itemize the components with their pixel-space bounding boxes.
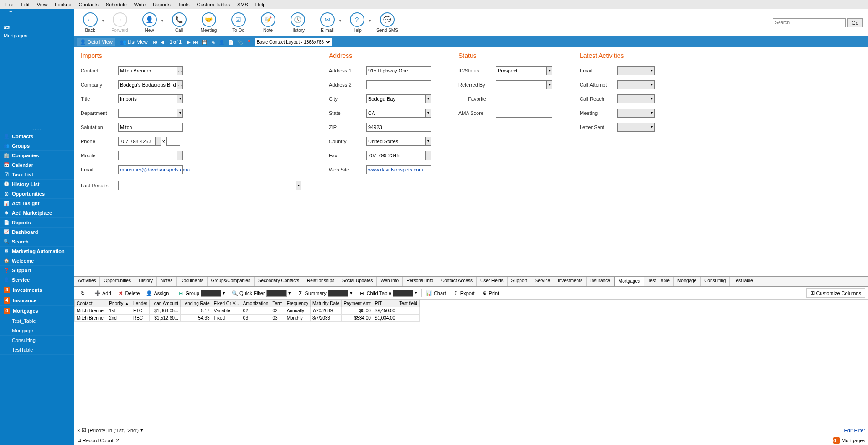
act-letter-select[interactable] <box>617 123 649 132</box>
sidebar-item-marketing-automation[interactable]: ✉Marketing Automation <box>0 247 74 256</box>
sidebar-item-opportunities[interactable]: ◎Opportunities <box>0 189 74 199</box>
child-table-input[interactable] <box>393 290 413 297</box>
summary-input[interactable] <box>328 290 348 297</box>
mobile-input[interactable] <box>118 151 177 160</box>
fax-input[interactable] <box>366 151 426 160</box>
title-input[interactable] <box>118 94 177 103</box>
sidebar-item-companies[interactable]: 🏢Companies <box>0 151 74 160</box>
tab-test-table[interactable]: Test_Table <box>644 277 674 286</box>
search-input[interactable] <box>773 18 846 27</box>
tab-testtable[interactable]: TestTable <box>730 277 757 286</box>
menu-file[interactable]: File <box>2 1 17 8</box>
web-input[interactable]: www.davidsonspets.com <box>366 165 431 174</box>
department-input[interactable] <box>118 109 177 118</box>
sidebar-item-welcome[interactable]: 🏠Welcome <box>0 256 74 266</box>
sidebar-item-task-list[interactable]: ☑Task List <box>0 170 74 180</box>
tab-groups-companies[interactable]: Groups/Companies <box>208 277 255 286</box>
act-email-select[interactable] <box>617 66 649 75</box>
first-record-button[interactable]: ⏮ <box>152 40 159 45</box>
idstatus-input[interactable] <box>496 66 547 75</box>
edit-filter-link[interactable]: Edit Filter <box>844 428 865 433</box>
tab-contact-access[interactable]: Contact Access <box>437 277 477 286</box>
table-row[interactable]: Mitch Brenner2ndRBC$1,512,60...54.33Fixe… <box>75 315 420 322</box>
summary-button[interactable]: ΣSummary▾ <box>295 289 355 298</box>
sidebar-item-service[interactable]: 👤Service <box>0 275 74 285</box>
call-button[interactable]: 📞Call <box>169 12 189 33</box>
save-icon[interactable]: 💾 <box>201 40 208 45</box>
tab-user-fields[interactable]: User Fields <box>477 277 508 286</box>
menu-write[interactable]: Write <box>130 1 149 8</box>
help-button[interactable]: ?Help▾ <box>347 12 367 33</box>
idstatus-dropdown-button[interactable]: ▾ <box>547 66 552 75</box>
person-icon[interactable]: 👤 <box>218 40 225 45</box>
back-button[interactable]: ←Back▾ <box>80 12 100 33</box>
tab-support[interactable]: Support <box>508 277 531 286</box>
sidebar-item-investments[interactable]: 4Investments <box>0 285 74 295</box>
company-input[interactable] <box>118 80 177 89</box>
column-header[interactable]: Loan Amount <box>150 300 181 307</box>
state-dropdown-button[interactable]: ▾ <box>426 109 431 118</box>
act-meeting-dropdown[interactable]: ▾ <box>649 109 655 118</box>
meeting-button[interactable]: 🤝Meeting <box>198 12 219 33</box>
sidebar-item-test-table[interactable]: Test_Table <box>0 316 74 326</box>
column-header[interactable]: Lending Rate <box>181 300 212 307</box>
new-button[interactable]: 👤New▾ <box>139 12 160 33</box>
column-header[interactable]: Priority ▲ <box>107 300 131 307</box>
clear-filter-button[interactable]: × <box>77 428 80 433</box>
salutation-input[interactable] <box>118 123 183 132</box>
group-button[interactable]: ⊞Group▾ <box>175 289 228 298</box>
last-record-button[interactable]: ⏭ <box>192 40 199 45</box>
chart-button[interactable]: 📊Chart <box>424 289 448 297</box>
tab-personal-info[interactable]: Personal Info <box>403 277 437 286</box>
contact-input[interactable] <box>118 66 177 75</box>
column-header[interactable]: PIT <box>373 300 397 307</box>
company-lookup-button[interactable]: … <box>177 80 183 89</box>
child-table-button[interactable]: ⊞Child Table▾ <box>357 289 420 298</box>
prev-record-button[interactable]: ◀ <box>160 40 165 45</box>
column-header[interactable]: Amortization <box>241 300 270 307</box>
last-results-input[interactable] <box>118 181 296 190</box>
customize-columns-button[interactable]: ⊞Customize Columns <box>806 288 865 298</box>
sidebar-item-mortgage[interactable]: Mortgage <box>0 326 74 336</box>
column-header[interactable]: Payment Amt <box>342 300 373 307</box>
sidebar-item-search[interactable]: 🔍Search <box>0 237 74 247</box>
tab-investments[interactable]: Investments <box>554 277 587 286</box>
contact-lookup-button[interactable]: … <box>177 66 183 75</box>
column-header[interactable]: Term <box>270 300 285 307</box>
tab-consulting[interactable]: Consulting <box>701 277 730 286</box>
column-header[interactable]: Maturity Date <box>310 300 341 307</box>
zip-input[interactable] <box>366 123 431 132</box>
last-results-dropdown-button[interactable]: ▾ <box>296 181 301 190</box>
addr1-input[interactable] <box>366 66 431 75</box>
sidebar-item-support[interactable]: ❓Support <box>0 266 74 275</box>
sidebar-item-act-marketplace[interactable]: ⊕Act! Marketplace <box>0 208 74 218</box>
sidebar-item-insurance[interactable]: 4Insurance <box>0 295 74 306</box>
delete-button[interactable]: ✖Delete <box>115 289 142 297</box>
act-call-reach-dropdown[interactable]: ▾ <box>649 94 655 103</box>
assign-button[interactable]: 👤Assign <box>144 289 171 297</box>
sidebar-item-groups[interactable]: 👥Groups <box>0 141 74 151</box>
e-mail-button[interactable]: ✉E-mail▾ <box>317 12 338 33</box>
email-input[interactable]: mbrenner@davidsonspets.ema <box>118 165 183 174</box>
referred-input[interactable] <box>496 80 547 89</box>
table-row[interactable]: Mitch Brenner1stETC$1,368,05...5.17Varia… <box>75 307 420 315</box>
column-header[interactable]: Fixed Or V... <box>212 300 241 307</box>
quick-filter-input[interactable] <box>266 290 287 297</box>
next-record-button[interactable]: ▶ <box>186 40 192 45</box>
act-letter-dropdown[interactable]: ▾ <box>649 123 655 132</box>
act-call-reach-select[interactable] <box>617 94 649 103</box>
sidebar-item-mortgages[interactable]: 4Mortgages <box>0 306 74 316</box>
state-input[interactable] <box>366 109 426 118</box>
menu-help[interactable]: Help <box>252 1 270 8</box>
sidebar-item-consulting[interactable]: Consulting <box>0 336 74 345</box>
menu-edit[interactable]: Edit <box>17 1 33 8</box>
sidebar-item-history-list[interactable]: 🕓History List <box>0 180 74 189</box>
list-view-button[interactable]: 👥List View <box>117 38 151 46</box>
tab-secondary-contacts[interactable]: Secondary Contacts <box>255 277 303 286</box>
title-dropdown-button[interactable]: ▾ <box>177 94 183 103</box>
add-button[interactable]: ➕Add <box>92 289 114 297</box>
menu-contacts[interactable]: Contacts <box>75 1 102 8</box>
menu-tools[interactable]: Tools <box>174 1 193 8</box>
history-button[interactable]: 🕓History <box>287 12 308 33</box>
country-dropdown-button[interactable]: ▾ <box>426 137 431 146</box>
